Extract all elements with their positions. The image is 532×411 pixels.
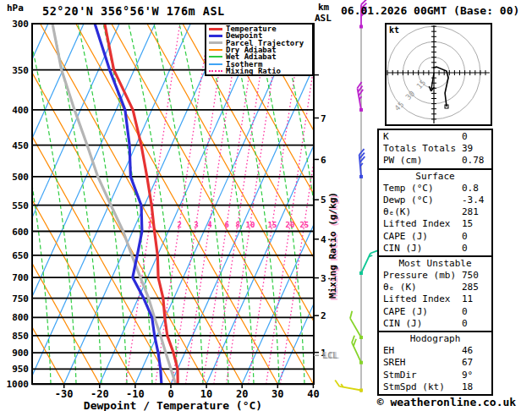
mixing-ratio-axis-label: Mixing Ratio (g/kg)Mixing Ratio (g/kg) xyxy=(327,192,340,300)
panel-row: StmSpd (kt)18 xyxy=(379,381,491,393)
svg-text:Mixing Ratio (g/kg): Mixing Ratio (g/kg) xyxy=(327,192,338,299)
panel-row-label: Dewp (°C) xyxy=(383,195,434,206)
svg-text:kt: kt xyxy=(389,25,399,35)
panel-row: CIN (J)0 xyxy=(379,318,491,330)
legend-item: Mixing Ratio xyxy=(209,68,312,74)
panel-row-value: 11 xyxy=(462,293,473,304)
station-title: 52°20'N 356°56'W 176m ASL xyxy=(42,4,225,18)
panel-row-value: 39 xyxy=(462,143,473,154)
sounding-curves xyxy=(52,24,178,384)
svg-text:6: 6 xyxy=(224,221,228,229)
svg-text:950: 950 xyxy=(12,364,29,375)
svg-text:20: 20 xyxy=(236,388,248,400)
svg-text:700: 700 xyxy=(12,272,29,283)
panel-row-label: CIN (J) xyxy=(383,243,422,254)
panel-row: Temp (°C)0.8 xyxy=(379,183,491,195)
svg-text:400: 400 xyxy=(12,105,29,116)
svg-text:40: 40 xyxy=(307,388,319,400)
panel-row: θₑ(K)281 xyxy=(379,206,491,218)
svg-text:7: 7 xyxy=(321,113,326,124)
svg-text:500: 500 xyxy=(12,172,29,183)
panel-section-header: Hodograph xyxy=(379,333,491,345)
panel-row-label: Lifted Index xyxy=(383,293,450,304)
panel-row-value: 0 xyxy=(462,243,468,254)
pressure-unit-label: hPa xyxy=(7,3,24,14)
copyright-footer: © weatheronline.co.uk xyxy=(362,396,531,408)
skewt-sounding-page: 3003504004505005506006507007508008509009… xyxy=(0,0,532,411)
panel-row-label: StmDir xyxy=(383,370,417,381)
svg-text:30: 30 xyxy=(271,388,283,400)
panel-row: Lifted Index15 xyxy=(379,218,491,230)
svg-text:8: 8 xyxy=(235,221,239,229)
panel-row-value: 0 xyxy=(462,231,468,242)
svg-text:10: 10 xyxy=(200,388,212,400)
svg-text:800: 800 xyxy=(12,312,29,323)
panel-row: SREH67 xyxy=(379,357,491,369)
panel-row: Dewp (°C)-3.4 xyxy=(379,195,491,206)
svg-text:300: 300 xyxy=(12,19,29,30)
svg-text:3: 3 xyxy=(194,221,198,229)
panel-section: Most UnstablePressure (mb)750θₑ (K)285Li… xyxy=(379,255,491,331)
panel-row-value: 0 xyxy=(462,306,468,317)
barb-station-dot xyxy=(359,389,363,392)
panel-row: CIN (J)0 xyxy=(379,243,491,255)
svg-text:-30: -30 xyxy=(55,388,74,400)
svg-text:850: 850 xyxy=(12,331,29,342)
panel-row-value: 15 xyxy=(462,218,473,229)
panel-row: CAPE (J)0 xyxy=(379,306,491,318)
panel-section: HodographEH46SREH67StmDir9°StmSpd (kt)18 xyxy=(379,331,491,394)
panel-row-value: 281 xyxy=(462,206,479,217)
barb-station-dot xyxy=(359,361,363,364)
panel-row-value: 0.8 xyxy=(462,183,479,194)
svg-text:4: 4 xyxy=(207,221,212,229)
hodograph: 153045kt xyxy=(386,24,491,125)
asl-unit-label: ASL xyxy=(315,13,332,24)
svg-text:10: 10 xyxy=(245,221,255,229)
panel-row-label: EH xyxy=(383,345,394,356)
legend-label: Mixing Ratio xyxy=(226,68,281,74)
panel-row-label: CAPE (J) xyxy=(383,306,428,317)
svg-text:2: 2 xyxy=(321,310,326,321)
panel-section: K0Totals Totals39PW (cm)0.78 xyxy=(379,130,491,168)
panel-row-value: -3.4 xyxy=(462,195,485,206)
svg-text:5: 5 xyxy=(321,195,326,206)
panel-row: PW (cm)0.78 xyxy=(379,155,491,167)
panel-row-value: 46 xyxy=(462,345,473,356)
legend-box: TemperatureDewpointParcel TrajectoryDry … xyxy=(205,23,314,76)
panel-row: CAPE (J)0 xyxy=(379,231,491,243)
svg-text:3: 3 xyxy=(321,273,326,284)
legend-line-sample xyxy=(209,56,222,58)
panel-row: θₑ (K)285 xyxy=(379,282,491,293)
svg-text:20: 20 xyxy=(286,221,295,229)
run-datetime: 06.01.2026 00GMT (Base: 00) xyxy=(341,4,519,17)
legend-line-sample xyxy=(209,49,222,51)
wind-barb-column xyxy=(335,0,377,392)
svg-text:550: 550 xyxy=(12,200,29,211)
svg-text:0: 0 xyxy=(167,388,173,400)
panel-row-label: CIN (J) xyxy=(383,318,422,329)
svg-text:1: 1 xyxy=(147,221,151,229)
barb-station-dot xyxy=(359,336,363,339)
svg-text:-20: -20 xyxy=(90,388,109,400)
barb-station-dot xyxy=(359,25,363,29)
panel-row-value: 0 xyxy=(462,318,468,329)
svg-text:650: 650 xyxy=(12,250,29,261)
panel-row-value: 9° xyxy=(462,370,473,381)
svg-text:Dewpoint / Temperature (°C): Dewpoint / Temperature (°C) xyxy=(84,399,262,411)
panel-row: StmDir9° xyxy=(379,370,491,381)
panel-row-label: CAPE (J) xyxy=(383,231,428,242)
barb-station-dot xyxy=(359,271,363,275)
svg-text:350: 350 xyxy=(12,65,29,76)
panel-row-value: 18 xyxy=(462,381,473,392)
panel-row: Pressure (mb)750 xyxy=(379,270,491,282)
panel-row-value: 67 xyxy=(462,357,473,368)
panel-section: SurfaceTemp (°C)0.8Dewp (°C)-3.4θₑ(K)281… xyxy=(379,168,491,255)
svg-text:450: 450 xyxy=(12,140,29,151)
panel-row-label: θₑ (K) xyxy=(383,282,417,293)
temperature-axis: -30-20-10010203040Dewpoint / Temperature… xyxy=(55,384,320,411)
panel-row-value: 0 xyxy=(462,131,468,142)
svg-text:1000: 1000 xyxy=(7,379,30,390)
svg-text:900: 900 xyxy=(12,348,29,359)
barb-station-dot xyxy=(359,108,363,112)
panel-row-label: Pressure (mb) xyxy=(383,270,456,281)
